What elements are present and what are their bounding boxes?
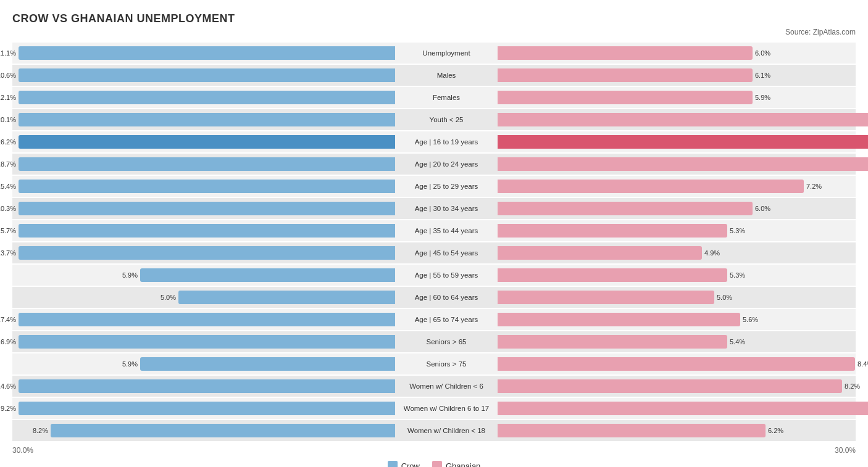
- chart-row: 14.6%Women w/ Children < 68.2%: [12, 376, 856, 397]
- val-right: 5.3%: [730, 271, 745, 279]
- bar-crow: [19, 91, 395, 104]
- val-right: 6.1%: [755, 72, 770, 79]
- val-left: 13.7%: [0, 249, 16, 257]
- chart-row: 15.4%Age | 25 to 29 years7.2%: [12, 176, 856, 197]
- chart-row: 10.3%Age | 30 to 34 years6.0%: [12, 198, 856, 219]
- row-label: Unemployment: [395, 49, 498, 57]
- x-axis: 30.0% 30.0%: [12, 442, 856, 457]
- val-right: 5.0%: [717, 294, 732, 301]
- bar-ghanaian: [498, 424, 766, 437]
- chart-row: 12.1%Females5.9%: [12, 87, 856, 108]
- row-label: Females: [395, 94, 498, 101]
- chart-row: 10.6%Males6.1%: [12, 65, 856, 86]
- val-left: 17.4%: [0, 316, 16, 323]
- bar-crow: [19, 113, 395, 126]
- val-right: 6.0%: [755, 49, 770, 57]
- bar-crow: [19, 202, 395, 215]
- bar-crow: [178, 291, 395, 304]
- row-label: Seniors > 65: [395, 338, 498, 345]
- bar-crow: [19, 246, 395, 260]
- val-right: 5.9%: [755, 94, 770, 101]
- bar-ghanaian: [498, 46, 753, 60]
- bar-ghanaian: [498, 357, 855, 371]
- val-left: 15.4%: [0, 183, 16, 190]
- chart-title: CROW VS GHANAIAN UNEMPLOYMENT: [12, 12, 856, 25]
- row-label: Seniors > 75: [395, 360, 498, 368]
- row-label: Age | 45 to 54 years: [395, 249, 498, 257]
- val-left: 11.1%: [0, 49, 16, 57]
- bar-crow: [19, 313, 395, 326]
- val-left: 10.3%: [0, 205, 16, 212]
- source-line: Source: ZipAtlas.com: [12, 28, 856, 36]
- bar-crow: [19, 335, 395, 349]
- row-label: Age | 35 to 44 years: [395, 227, 498, 234]
- x-axis-right: 30.0%: [835, 446, 856, 455]
- val-left: 26.2%: [0, 138, 16, 146]
- val-right: 8.2%: [845, 382, 860, 390]
- val-right: 6.0%: [755, 205, 770, 212]
- bar-ghanaian: [498, 91, 753, 104]
- chart-row: 9.2%Women w/ Children 6 to 179.6%: [12, 398, 856, 419]
- val-left: 14.6%: [0, 382, 16, 390]
- chart-row: 8.2%Women w/ Children < 186.2%: [12, 420, 856, 441]
- row-label: Age | 30 to 34 years: [395, 205, 498, 212]
- bar-ghanaian: [498, 379, 842, 393]
- bar-crow: [19, 68, 395, 82]
- chart-row: 5.9%Age | 55 to 59 years5.3%: [12, 265, 856, 286]
- chart-row: 5.0%Age | 60 to 64 years5.0%: [12, 287, 856, 308]
- bar-crow: [19, 157, 395, 171]
- bar-crow: [19, 180, 395, 193]
- bar-ghanaian: [498, 224, 727, 238]
- val-left: 8.2%: [33, 427, 48, 434]
- bar-crow: [19, 224, 395, 238]
- legend-crow: Crow: [388, 461, 420, 467]
- val-right: 5.3%: [730, 227, 745, 234]
- bar-crow: [19, 402, 395, 415]
- row-label: Age | 20 to 24 years: [395, 160, 498, 168]
- row-label: Males: [395, 72, 498, 79]
- val-left: 5.9%: [122, 271, 138, 279]
- x-axis-left: 30.0%: [12, 446, 33, 455]
- legend-ghanaian: Ghanaian: [432, 461, 480, 467]
- chart-area: 11.1%Unemployment6.0%10.6%Males6.1%12.1%…: [12, 43, 856, 441]
- chart-row: 20.1%Youth < 2513.3%: [12, 109, 856, 130]
- chart-row: 5.9%Seniors > 758.4%: [12, 353, 856, 374]
- bar-ghanaian: [498, 402, 868, 415]
- val-right: 5.4%: [730, 338, 745, 345]
- legend-ghanaian-label: Ghanaian: [446, 461, 480, 468]
- legend-crow-label: Crow: [401, 461, 420, 468]
- chart-row: 15.7%Age | 35 to 44 years5.3%: [12, 220, 856, 241]
- row-label: Youth < 25: [395, 116, 498, 123]
- chart-row: 13.7%Age | 45 to 54 years4.9%: [12, 242, 856, 263]
- bar-ghanaian: [498, 135, 868, 149]
- val-left: 5.0%: [161, 294, 176, 301]
- row-label: Age | 60 to 64 years: [395, 294, 498, 301]
- bar-ghanaian: [498, 157, 868, 171]
- bar-ghanaian: [498, 313, 740, 326]
- chart-row: 26.2%Age | 16 to 19 years19.8%: [12, 131, 856, 152]
- bar-ghanaian: [498, 113, 868, 126]
- bar-crow: [19, 46, 395, 60]
- val-left: 15.7%: [0, 227, 16, 234]
- val-right: 6.2%: [768, 427, 783, 434]
- val-right: 5.6%: [743, 316, 758, 323]
- bar-ghanaian: [498, 335, 727, 349]
- val-right: 7.2%: [806, 183, 822, 190]
- val-left: 12.1%: [0, 94, 16, 101]
- legend-crow-box: [388, 461, 398, 467]
- row-label: Age | 16 to 19 years: [395, 138, 498, 146]
- chart-row: 16.9%Seniors > 655.4%: [12, 331, 856, 352]
- val-left: 20.1%: [0, 116, 16, 123]
- bar-ghanaian: [498, 268, 727, 282]
- chart-row: 18.7%Age | 20 to 24 years11.7%: [12, 154, 856, 175]
- val-right: 4.9%: [704, 249, 720, 257]
- val-left: 5.9%: [122, 360, 138, 368]
- row-label: Age | 65 to 74 years: [395, 316, 498, 323]
- chart-row: 17.4%Age | 65 to 74 years5.6%: [12, 309, 856, 330]
- row-label: Women w/ Children < 18: [395, 427, 498, 434]
- val-right: 8.4%: [858, 360, 868, 368]
- row-label: Women w/ Children < 6: [395, 382, 498, 390]
- bar-crow: [19, 135, 395, 149]
- val-left: 18.7%: [0, 160, 16, 168]
- chart-row: 11.1%Unemployment6.0%: [12, 43, 856, 64]
